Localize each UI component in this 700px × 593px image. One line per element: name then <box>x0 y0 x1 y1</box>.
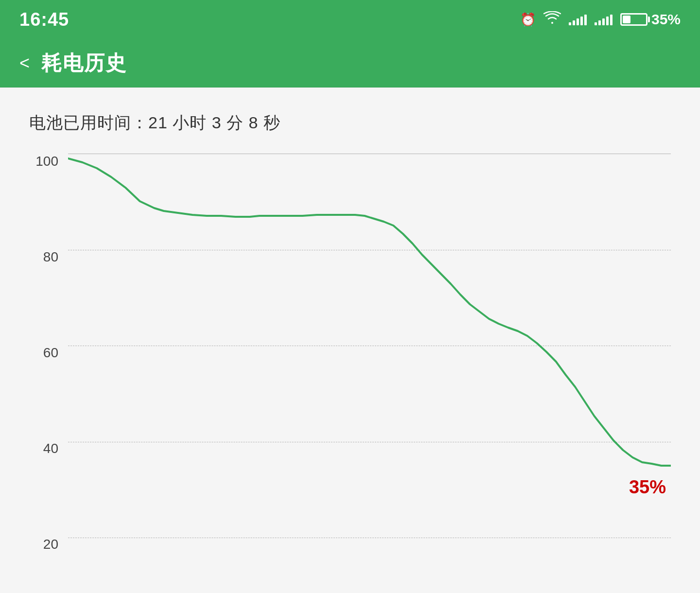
back-button[interactable]: < <box>19 54 30 72</box>
battery-container: 35% <box>620 11 681 28</box>
chart-plot-area: 35% <box>68 154 671 538</box>
app-bar: < 耗电历史 <box>0 39 700 87</box>
battery-percent-label: 35% <box>651 11 681 28</box>
y-label-40: 40 <box>29 441 63 456</box>
y-label-20: 20 <box>29 537 63 552</box>
y-axis-labels: 100 80 60 40 20 <box>29 154 63 552</box>
y-label-60: 60 <box>29 345 63 361</box>
alarm-icon: ⏰ <box>520 12 536 27</box>
y-label-100: 100 <box>29 154 63 169</box>
signal-bars-2 <box>595 14 612 25</box>
page-title: 耗电历史 <box>41 50 127 77</box>
status-time: 16:45 <box>19 9 69 30</box>
battery-used-time: 电池已用时间：21 小时 3 分 8 秒 <box>29 112 671 134</box>
wifi-icon <box>543 11 561 28</box>
status-icons: ⏰ <box>520 11 681 28</box>
current-percent-label: 35% <box>629 477 666 498</box>
grid-line-20 <box>68 538 671 538</box>
battery-line-chart <box>68 154 671 538</box>
main-content: 电池已用时间：21 小时 3 分 8 秒 100 80 60 40 20 <box>0 87 700 593</box>
y-label-80: 80 <box>29 249 63 265</box>
battery-chart: 100 80 60 40 20 35% <box>29 154 671 552</box>
status-bar: 16:45 ⏰ <box>0 0 700 39</box>
signal-bars-1 <box>569 14 587 25</box>
battery-icon <box>620 13 648 26</box>
battery-fill <box>623 16 630 23</box>
